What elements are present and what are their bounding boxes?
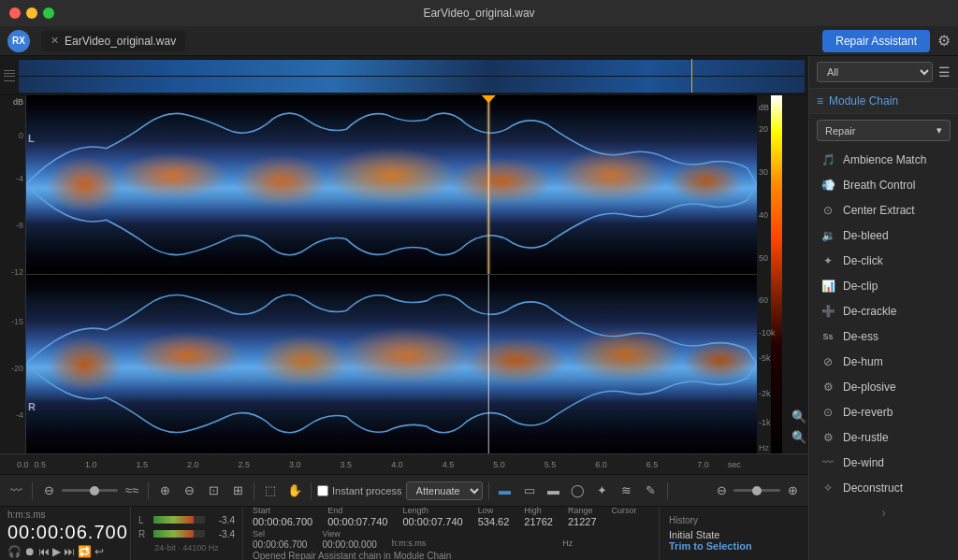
loop-icon[interactable]: 🔁 [78, 545, 92, 558]
time-format-label[interactable]: h:m:s.ms [7, 510, 123, 520]
filter-dropdown[interactable]: All [817, 62, 933, 82]
module-item-de-reverb[interactable]: ⊙ De-reverb [813, 400, 954, 424]
zoom-slider-right[interactable] [733, 489, 780, 492]
selection-bar-icon[interactable]: ▬ [544, 481, 564, 501]
zoom-in-freq-icon[interactable]: 🔍 [791, 409, 806, 424]
module-item-de-ess[interactable]: Ss De-ess [813, 324, 954, 349]
length-label: Length [402, 506, 462, 515]
ruler-50: 5.0 [493, 460, 505, 469]
freq-label-db: dB [759, 103, 769, 112]
center-extract-icon: ⊙ [820, 203, 835, 218]
module-item-breath-control[interactable]: 💨 Breath Control [813, 173, 954, 197]
module-item-de-clip[interactable]: 📊 De-clip [813, 274, 954, 298]
overview-strip[interactable] [0, 56, 808, 95]
module-name-de-click: De-click [843, 254, 883, 267]
repair-assistant-button[interactable]: Repair Assistant [822, 30, 930, 52]
maximize-button[interactable] [43, 7, 54, 19]
transport-controls[interactable]: 🎧 ⏺ ⏮ ▶ ⏭ 🔁 ↩ [7, 545, 123, 558]
pencil-icon[interactable]: ✎ [641, 481, 661, 501]
zoom-slider-right-thumb[interactable] [752, 486, 762, 495]
zoom-in-right-icon[interactable]: ⊕ [782, 481, 803, 501]
headphones-icon[interactable]: 🎧 [7, 545, 22, 558]
return-icon[interactable]: ↩ [94, 545, 104, 558]
rewind-icon[interactable]: ⏮ [38, 545, 50, 558]
module-name-ambience-match: Ambience Match [843, 153, 926, 166]
harmonic-icon[interactable]: ≋ [617, 481, 637, 501]
spectrogram-container[interactable]: dB 0 -4 -8 -12 -15 -20 -4 L [0, 95, 808, 453]
module-name-de-plosive: De-plosive [843, 381, 896, 394]
select-tool-icon[interactable]: ⬚ [260, 481, 281, 501]
module-item-de-hum[interactable]: ⊘ De-hum [813, 350, 954, 374]
freq-label-60: 60 [759, 295, 768, 305]
zoom-out-icon[interactable]: ⊖ [38, 481, 59, 501]
db-val-m12: -12 [11, 267, 23, 277]
tabbar: RX ✕ EarVideo_original.wav Repair Assist… [0, 26, 958, 56]
history-item-1[interactable]: Trim to Selection [669, 540, 799, 552]
module-name-de-reverb: De-reverb [843, 406, 893, 419]
settings-icon[interactable]: ⚙ [937, 32, 951, 50]
toolbar-divider-6 [667, 482, 668, 499]
zoom-slider-container[interactable]: ⊖ [38, 481, 118, 501]
zoom-select-icon[interactable]: ⊞ [227, 481, 248, 501]
module-name-center-extract: Center Extract [843, 204, 915, 217]
selection-box-icon[interactable]: ▭ [519, 481, 540, 501]
collapse-icons[interactable] [4, 70, 15, 81]
ruler-55: 5.5 [544, 460, 557, 469]
fast-forward-icon[interactable]: ⏭ [64, 545, 75, 558]
ruler-start: 0.0 [17, 460, 29, 469]
time-ruler: 0.0 0.5 1.0 1.5 2.0 2.5 3.0 3.5 4.0 4.5 … [0, 453, 808, 474]
repair-category-chevron: ▾ [936, 124, 942, 136]
toolbar-divider-3 [254, 482, 254, 499]
info-col-range: Range 21227 [568, 506, 597, 527]
window-controls[interactable] [9, 7, 54, 19]
repair-category-dropdown[interactable]: Repair ▾ [817, 120, 951, 141]
hand-tool-icon[interactable]: ✋ [284, 481, 305, 501]
deconstruct-icon: ✧ [820, 481, 835, 495]
selection-blue-icon[interactable]: ▬ [495, 481, 515, 501]
scroll-down-icon[interactable]: › [809, 501, 958, 524]
module-item-de-crackle[interactable]: ➕ De-crackle [813, 299, 954, 323]
module-item-ambience-match[interactable]: 🎵 Ambience Match [813, 148, 954, 172]
spectrogram-channel-r[interactable]: R [26, 275, 757, 453]
minimize-button[interactable] [26, 7, 37, 19]
spectrogram-main[interactable]: L [26, 95, 757, 453]
module-item-de-wind[interactable]: 〰 De-wind [813, 451, 954, 475]
play-icon[interactable]: ▶ [52, 545, 61, 558]
cursor-label: Cursor [612, 506, 637, 515]
zoom-fit-icon[interactable]: ⊡ [203, 481, 224, 501]
module-item-de-click[interactable]: ✦ De-click [813, 249, 954, 273]
module-item-de-rustle[interactable]: ⚙ De-rustle [813, 425, 954, 450]
zoom-controls-right: ⊖ ⊕ [711, 481, 803, 501]
svg-rect-0 [486, 95, 490, 274]
zoom-out-time-icon[interactable]: ⊖ [179, 481, 199, 501]
de-plosive-icon: ⚙ [820, 380, 835, 395]
zoom-out-right-icon[interactable]: ⊖ [711, 481, 732, 501]
db-colorbar [771, 95, 782, 453]
module-item-deconstruct[interactable]: ✧ Deconstruct [813, 476, 954, 500]
close-button[interactable] [9, 7, 21, 19]
right-panel: All ☰ ≡ Module Chain Repair ▾ 🎵 Ambience… [808, 56, 958, 560]
waveform-icon[interactable]: 〰 [6, 481, 26, 501]
magic-wand-icon[interactable]: ✦ [592, 481, 613, 501]
zoom-out-freq-icon[interactable]: 🔍 [791, 430, 806, 444]
lasso-icon[interactable]: ◯ [568, 481, 588, 501]
tab-file[interactable]: ✕ EarVideo_original.wav [41, 31, 185, 51]
instant-process-label[interactable]: Instant process [317, 485, 402, 496]
history-item-0[interactable]: Initial State [669, 529, 799, 540]
zoom-in-time-icon[interactable]: ⊕ [154, 481, 175, 501]
tab-close-icon[interactable]: ✕ [51, 35, 59, 47]
attenuate-dropdown[interactable]: Attenuate [406, 481, 483, 500]
module-item-de-plosive[interactable]: ⚙ De-plosive [813, 375, 954, 399]
content-area: dB 0 -4 -8 -12 -15 -20 -4 L [0, 56, 958, 560]
waves-icon[interactable]: ≈≈ [122, 481, 142, 501]
record-icon[interactable]: ⏺ [24, 545, 36, 558]
zoom-slider-thumb[interactable] [90, 486, 99, 495]
module-item-de-bleed[interactable]: 🔉 De-bleed [813, 223, 954, 248]
overview-waveform[interactable] [19, 59, 805, 93]
zoom-slider[interactable] [62, 489, 118, 492]
instant-process-checkbox[interactable] [317, 485, 328, 496]
module-item-center-extract[interactable]: ⊙ Center Extract [813, 198, 954, 223]
spectrogram-channel-l[interactable]: L [26, 95, 757, 274]
panel-menu-icon[interactable]: ☰ [938, 65, 951, 79]
de-ess-icon: Ss [820, 329, 835, 344]
